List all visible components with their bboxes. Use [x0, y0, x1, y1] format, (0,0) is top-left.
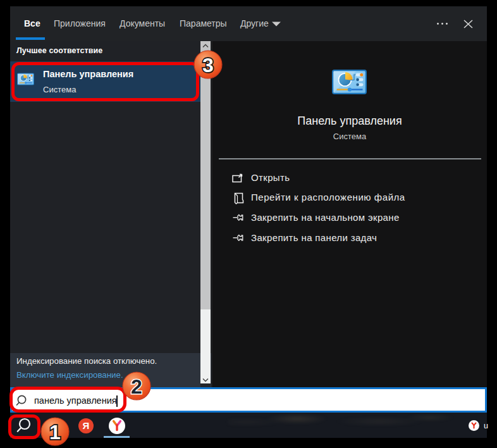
svg-text:3: 3: [202, 54, 214, 77]
svg-text:2: 2: [131, 375, 142, 398]
svg-text:1: 1: [49, 421, 61, 444]
